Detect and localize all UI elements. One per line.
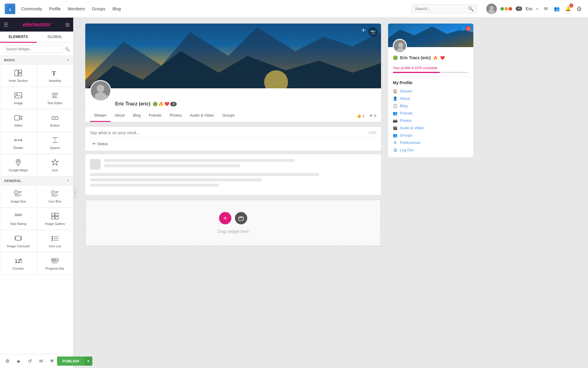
widget-video[interactable]: Video xyxy=(0,109,37,132)
basic-widget-grid: Inner Section T Heading Image xyxy=(0,64,73,176)
tab-about[interactable]: About xyxy=(111,110,129,122)
stream-icon: 🏠 xyxy=(393,89,397,93)
widget-heading[interactable]: T Heading xyxy=(37,64,74,87)
templates-button[interactable] xyxy=(235,212,247,224)
nav-blog[interactable]: Blog xyxy=(113,6,121,11)
profile-tabs: Stream About Blog Friends Photos Audio &… xyxy=(85,110,381,122)
link-groups[interactable]: 👥 Groups xyxy=(393,132,469,139)
profile-container: 📷 ✈ Eric Tracz (eric) 🟢 xyxy=(74,18,485,257)
hamburger-icon[interactable]: ☰ xyxy=(4,21,8,28)
elementor-logo: elementor xyxy=(23,21,51,28)
nav-profile[interactable]: Profile xyxy=(49,6,61,11)
widget-icon[interactable]: Icon xyxy=(37,154,74,176)
chevron-down-icon[interactable]: ▾ xyxy=(536,7,538,11)
divider-icon xyxy=(14,136,22,144)
basic-section-header[interactable]: BASIC ▾ xyxy=(0,56,73,64)
tab-groups[interactable]: Groups xyxy=(218,110,239,122)
post-box: 4000 ✏ Status xyxy=(85,127,381,151)
publish-dropdown-button[interactable]: ▾ xyxy=(84,357,92,366)
power-icon[interactable]: ⏻ xyxy=(575,5,583,13)
online-status-dot xyxy=(106,96,109,99)
widget-icon-list-label: Icon List xyxy=(49,244,61,248)
tab-photos[interactable]: Photos xyxy=(166,110,186,122)
widget-text-editor[interactable]: Text Editor xyxy=(37,87,74,109)
nav-members[interactable]: Members xyxy=(68,6,85,11)
widget-progress-bar[interactable]: Progress Bar xyxy=(37,252,74,275)
tab-audio-video[interactable]: Audio & Video xyxy=(186,110,218,122)
site-search-bar[interactable]: 🔍 xyxy=(412,4,477,13)
profile-card-close-button[interactable]: ✕ xyxy=(466,26,471,31)
char-count: 4000 xyxy=(368,131,376,135)
style-button[interactable]: ◈ xyxy=(14,356,24,366)
image-carousel-icon xyxy=(14,234,22,243)
link-about[interactable]: 👤 About xyxy=(393,95,469,102)
link-about-label: About xyxy=(400,96,410,101)
sidebar-collapse-handle[interactable]: ‹ xyxy=(73,187,77,199)
widget-image[interactable]: Image xyxy=(0,87,37,109)
add-widget-button[interactable]: + xyxy=(219,212,231,224)
link-preferences[interactable]: ⚙ Preferences xyxy=(393,139,469,146)
link-blog[interactable]: 📋 Blog xyxy=(393,102,469,110)
status-action-button[interactable]: ✏ Status xyxy=(90,140,111,147)
about-icon: 👤 xyxy=(393,96,397,101)
tab-stream[interactable]: Stream xyxy=(90,110,111,122)
nav-groups[interactable]: Groups xyxy=(92,6,106,11)
widget-image-box[interactable]: Image Box xyxy=(0,185,37,208)
widget-button[interactable]: Button xyxy=(37,109,74,132)
tab-blog[interactable]: Blog xyxy=(129,110,145,122)
progress-bar-bg xyxy=(393,72,469,73)
username-label: Eric xyxy=(526,6,533,11)
comment-button[interactable]: ✉ xyxy=(36,356,46,366)
svg-marker-19 xyxy=(14,139,15,142)
svg-point-46 xyxy=(52,236,53,237)
post-input[interactable] xyxy=(90,130,368,135)
general-section-header[interactable]: GENERAL ▾ xyxy=(0,176,73,185)
general-widget-grid: Image Box Icon Box xyxy=(0,185,73,275)
svg-point-24 xyxy=(17,160,19,162)
publish-button-group: PUBLISH ▾ xyxy=(57,357,92,366)
widget-counter[interactable]: 123 Counter xyxy=(0,252,37,275)
publish-button[interactable]: PUBLISH xyxy=(57,357,84,366)
basic-collapse-icon: ▾ xyxy=(67,58,69,62)
profile-card-people-icon[interactable]: 👥 xyxy=(459,26,464,31)
widget-icon-box[interactable]: Icon Box xyxy=(37,185,74,208)
sidebar-tabs: ELEMENTS GLOBAL xyxy=(0,32,73,43)
widget-image-gallery[interactable]: Image Gallery xyxy=(37,208,74,230)
likes-count: 1 xyxy=(363,114,365,118)
mail-icon[interactable]: ✉ xyxy=(542,5,550,13)
widget-divider[interactable]: Divider xyxy=(0,132,37,154)
heading-icon: T xyxy=(51,69,59,77)
svg-rect-42 xyxy=(55,216,59,219)
link-audio-video[interactable]: 🎬 Audio & Video xyxy=(393,124,469,132)
link-friends[interactable]: 👥 Friends xyxy=(393,110,469,117)
views-count: 5 xyxy=(374,114,376,118)
widget-button-label: Button xyxy=(50,124,60,127)
widget-spacer[interactable]: Spacer xyxy=(37,132,74,154)
widget-star-rating[interactable]: Star Rating xyxy=(0,208,37,230)
general-collapse-icon: ▾ xyxy=(67,179,69,183)
people-icon[interactable]: 👥 xyxy=(553,5,561,13)
tab-elements[interactable]: ELEMENTS xyxy=(0,32,37,43)
history-button[interactable]: ↺ xyxy=(25,356,35,366)
tab-friends[interactable]: Friends xyxy=(145,110,166,122)
cover-camera-button[interactable]: 📷 xyxy=(368,27,377,37)
widget-google-maps[interactable]: Google Maps xyxy=(0,154,37,176)
notification-icon[interactable]: 🔔 1 xyxy=(564,5,572,13)
preview-button[interactable]: 👁 xyxy=(47,356,57,366)
widget-text-editor-label: Text Editor xyxy=(47,101,63,105)
widget-image-carousel[interactable]: Image Carousel xyxy=(0,230,37,252)
nav-community[interactable]: Community xyxy=(21,6,42,11)
counter-icon: 123 xyxy=(14,257,22,265)
widget-inner-section[interactable]: Inner Section xyxy=(0,64,37,87)
link-logout[interactable]: ⏻ Log Out xyxy=(393,146,469,154)
tab-global[interactable]: GLOBAL xyxy=(37,32,74,43)
grid-icon[interactable]: ⊞ xyxy=(65,21,70,28)
link-stream-label: Stream xyxy=(400,89,412,93)
site-search-input[interactable] xyxy=(415,6,468,11)
settings-button[interactable]: ⚙ xyxy=(2,356,12,366)
widget-icon-list[interactable]: Icon List xyxy=(37,230,74,252)
link-photos[interactable]: 📷 Photos xyxy=(393,117,469,124)
widget-search-input[interactable] xyxy=(4,45,63,53)
widget-google-maps-label: Google Maps xyxy=(9,168,28,172)
link-stream[interactable]: 🏠 Stream xyxy=(393,87,469,95)
